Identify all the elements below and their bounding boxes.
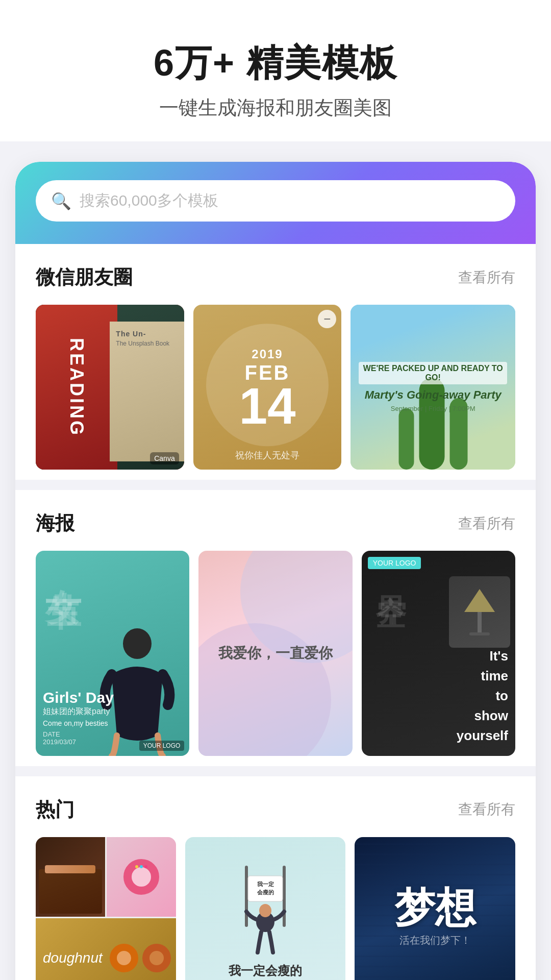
canva-badge-1: Canva xyxy=(150,452,179,464)
poster-section-header: 海报 查看所有 xyxy=(36,510,515,536)
svg-rect-6 xyxy=(248,876,283,901)
separator-2 xyxy=(15,766,536,776)
person-with-sign: 我一定 会瘦的 xyxy=(224,855,306,958)
hero-subtitle: 一键生成海报和朋友圈美图 xyxy=(20,95,531,121)
wechat-card-1[interactable]: READING The Un- The Unsplash Book 读书 Can… xyxy=(36,305,184,470)
your-logo-badge: YOUR LOGO xyxy=(139,741,185,751)
wechat-card-3[interactable]: WE'RE PACKED UP AND READY TO GO! Marty's… xyxy=(350,305,515,470)
poster-card-3[interactable]: YOUR LOGO 空界 It'stimetoshowyourself xyxy=(362,551,515,756)
hot-grid-doughnut-label: doughnut xyxy=(36,918,176,980)
poster-card-2-text: 我爱你，一直爱你 xyxy=(218,644,333,663)
hot-grid-cake xyxy=(36,837,105,917)
wechat-section: 微信朋友圈 查看所有 READING The Un- The Unsplash … xyxy=(15,244,536,480)
doughnut-label: doughnut xyxy=(43,950,103,966)
lamp-svg xyxy=(459,586,500,638)
wechat-card-3-title: Marty's Going-away Party xyxy=(359,388,507,402)
svg-rect-3 xyxy=(469,632,490,635)
svg-rect-4 xyxy=(245,866,248,927)
wechat-card-2-year: 2019 xyxy=(239,347,295,361)
wechat-section-title: 微信朋友圈 xyxy=(36,264,133,290)
hot-card-3-sub: 活在我们梦下！ xyxy=(394,934,476,947)
search-input-placeholder: 搜索60,000多个模板 xyxy=(80,190,218,211)
search-bar[interactable]: 🔍 搜索60,000多个模板 xyxy=(36,180,515,222)
hot-card-2[interactable]: 我一定 会瘦的 我一定会瘦的 xyxy=(185,837,346,980)
poster-section-title: 海报 xyxy=(36,510,74,536)
poster-card-1[interactable]: 女生节 Girls' Day 姐妹团的聚聚party Come on,my be… xyxy=(36,551,189,756)
hot-section-header: 热门 查看所有 xyxy=(36,797,515,823)
wechat-card-2[interactable]: 2019 FEB 14 祝你佳人无处寻 − xyxy=(193,305,342,470)
wechat-templates-row: READING The Un- The Unsplash Book 读书 Can… xyxy=(36,305,515,470)
app-card: 🔍 搜索60,000多个模板 微信朋友圈 查看所有 READING The Un… xyxy=(15,162,536,980)
search-icon: 🔍 xyxy=(51,193,71,209)
wechat-card-3-subtitle: WE'RE PACKED UP AND READY TO GO! xyxy=(359,362,507,384)
hot-section: 热门 查看所有 xyxy=(15,776,536,980)
poster-card-1-cta: Come on,my besties xyxy=(43,719,182,727)
hero-section: 6万+ 精美模板 一键生成海报和朋友圈美图 xyxy=(0,0,551,141)
svg-point-0 xyxy=(123,628,152,659)
wechat-card-3-detail: September | Friday | 7:00PM xyxy=(359,405,507,412)
svg-text:我一定: 我一定 xyxy=(257,881,274,887)
hot-grid-pink-donut xyxy=(107,837,176,917)
wechat-card-1-reading: READING xyxy=(66,338,87,437)
poster-card-1-bg-text: 女生节 xyxy=(40,561,88,567)
hot-section-more[interactable]: 查看所有 xyxy=(458,800,515,819)
wechat-card-2-sub: 祝你佳人无处寻 xyxy=(235,449,299,461)
minus-badge: − xyxy=(318,310,336,328)
svg-marker-1 xyxy=(464,589,495,612)
hot-card-1[interactable]: doughnut xyxy=(36,837,176,980)
poster-card-3-cta: It'stimetoshowyourself xyxy=(369,646,508,746)
poster-section-more[interactable]: 查看所有 xyxy=(458,514,515,533)
wechat-card-2-day: 14 xyxy=(239,384,295,428)
poster-card-1-tag: Girls' Day xyxy=(43,689,182,706)
search-header: 🔍 搜索60,000多个模板 xyxy=(15,162,536,244)
hero-title: 6万+ 精美模板 xyxy=(20,41,531,85)
hot-card-2-text: 我一定会瘦的 xyxy=(229,963,302,979)
poster-card-3-logo: YOUR LOGO xyxy=(368,557,421,569)
poster-section: 海报 查看所有 女生节 Girls' Day xyxy=(15,490,536,766)
hot-templates-row: doughnut 我一定 会瘦的 xyxy=(36,837,515,980)
svg-point-10 xyxy=(259,904,271,917)
wechat-section-more[interactable]: 查看所有 xyxy=(458,268,515,287)
poster-card-1-subtitle: 姐妹团的聚聚party xyxy=(43,706,182,717)
hot-card-3-main: 梦想 xyxy=(394,888,476,928)
poster-templates-row: 女生节 Girls' Day 姐妹团的聚聚party Come on,my be… xyxy=(36,551,515,756)
wechat-section-header: 微信朋友圈 查看所有 xyxy=(36,264,515,290)
hot-section-title: 热门 xyxy=(36,797,74,823)
hot-card-3[interactable]: 梦想 活在我们梦下！ Canva xyxy=(355,837,515,980)
svg-rect-5 xyxy=(283,866,286,927)
separator-1 xyxy=(15,480,536,490)
poster-card-2[interactable]: 我爱你，一直爱你 xyxy=(198,551,352,756)
svg-text:会瘦的: 会瘦的 xyxy=(257,889,274,895)
svg-rect-2 xyxy=(478,612,482,632)
